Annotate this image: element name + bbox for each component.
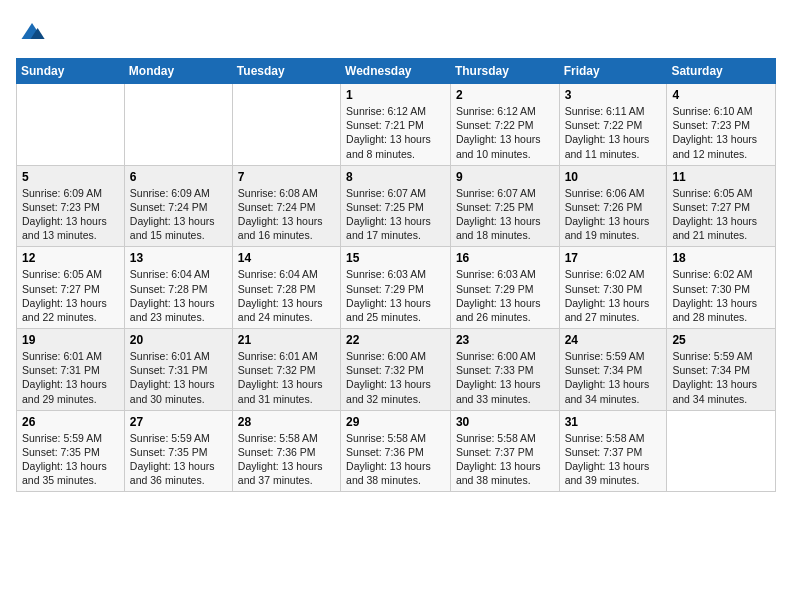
calendar-cell: 5Sunrise: 6:09 AM Sunset: 7:23 PM Daylig… (17, 165, 125, 247)
calendar-cell: 27Sunrise: 5:59 AM Sunset: 7:35 PM Dayli… (124, 410, 232, 492)
calendar-cell: 8Sunrise: 6:07 AM Sunset: 7:25 PM Daylig… (341, 165, 451, 247)
day-info: Sunrise: 6:11 AM Sunset: 7:22 PM Dayligh… (565, 104, 662, 161)
day-number: 16 (456, 251, 554, 265)
calendar-cell: 20Sunrise: 6:01 AM Sunset: 7:31 PM Dayli… (124, 329, 232, 411)
day-number: 23 (456, 333, 554, 347)
calendar-cell: 6Sunrise: 6:09 AM Sunset: 7:24 PM Daylig… (124, 165, 232, 247)
day-number: 22 (346, 333, 445, 347)
calendar-cell: 23Sunrise: 6:00 AM Sunset: 7:33 PM Dayli… (450, 329, 559, 411)
calendar-cell: 15Sunrise: 6:03 AM Sunset: 7:29 PM Dayli… (341, 247, 451, 329)
day-info: Sunrise: 5:58 AM Sunset: 7:36 PM Dayligh… (238, 431, 335, 488)
calendar-cell (17, 84, 125, 166)
calendar-header-cell: Friday (559, 59, 667, 84)
calendar-cell: 9Sunrise: 6:07 AM Sunset: 7:25 PM Daylig… (450, 165, 559, 247)
day-number: 5 (22, 170, 119, 184)
day-number: 17 (565, 251, 662, 265)
day-info: Sunrise: 6:00 AM Sunset: 7:32 PM Dayligh… (346, 349, 445, 406)
calendar-header-cell: Tuesday (232, 59, 340, 84)
calendar-header-cell: Sunday (17, 59, 125, 84)
day-info: Sunrise: 5:59 AM Sunset: 7:34 PM Dayligh… (565, 349, 662, 406)
day-info: Sunrise: 6:12 AM Sunset: 7:21 PM Dayligh… (346, 104, 445, 161)
calendar-cell: 22Sunrise: 6:00 AM Sunset: 7:32 PM Dayli… (341, 329, 451, 411)
day-info: Sunrise: 6:01 AM Sunset: 7:31 PM Dayligh… (22, 349, 119, 406)
page: SundayMondayTuesdayWednesdayThursdayFrid… (0, 0, 792, 612)
day-number: 27 (130, 415, 227, 429)
day-info: Sunrise: 6:07 AM Sunset: 7:25 PM Dayligh… (346, 186, 445, 243)
day-info: Sunrise: 6:06 AM Sunset: 7:26 PM Dayligh… (565, 186, 662, 243)
day-info: Sunrise: 6:03 AM Sunset: 7:29 PM Dayligh… (456, 267, 554, 324)
day-info: Sunrise: 6:09 AM Sunset: 7:24 PM Dayligh… (130, 186, 227, 243)
calendar-header-cell: Thursday (450, 59, 559, 84)
calendar-cell (232, 84, 340, 166)
day-number: 1 (346, 88, 445, 102)
logo (16, 16, 46, 48)
day-info: Sunrise: 6:05 AM Sunset: 7:27 PM Dayligh… (672, 186, 770, 243)
calendar-cell: 18Sunrise: 6:02 AM Sunset: 7:30 PM Dayli… (667, 247, 776, 329)
day-number: 6 (130, 170, 227, 184)
calendar-cell: 11Sunrise: 6:05 AM Sunset: 7:27 PM Dayli… (667, 165, 776, 247)
calendar-cell: 24Sunrise: 5:59 AM Sunset: 7:34 PM Dayli… (559, 329, 667, 411)
day-number: 26 (22, 415, 119, 429)
calendar-cell: 7Sunrise: 6:08 AM Sunset: 7:24 PM Daylig… (232, 165, 340, 247)
day-info: Sunrise: 6:04 AM Sunset: 7:28 PM Dayligh… (130, 267, 227, 324)
day-info: Sunrise: 6:08 AM Sunset: 7:24 PM Dayligh… (238, 186, 335, 243)
day-number: 14 (238, 251, 335, 265)
day-info: Sunrise: 5:59 AM Sunset: 7:34 PM Dayligh… (672, 349, 770, 406)
calendar-body: 1Sunrise: 6:12 AM Sunset: 7:21 PM Daylig… (17, 84, 776, 492)
calendar-cell: 28Sunrise: 5:58 AM Sunset: 7:36 PM Dayli… (232, 410, 340, 492)
day-number: 13 (130, 251, 227, 265)
calendar-cell: 3Sunrise: 6:11 AM Sunset: 7:22 PM Daylig… (559, 84, 667, 166)
day-number: 24 (565, 333, 662, 347)
day-number: 25 (672, 333, 770, 347)
day-number: 3 (565, 88, 662, 102)
day-number: 30 (456, 415, 554, 429)
day-info: Sunrise: 5:58 AM Sunset: 7:37 PM Dayligh… (456, 431, 554, 488)
day-number: 11 (672, 170, 770, 184)
day-number: 15 (346, 251, 445, 265)
day-info: Sunrise: 5:58 AM Sunset: 7:36 PM Dayligh… (346, 431, 445, 488)
day-number: 28 (238, 415, 335, 429)
calendar-header-row: SundayMondayTuesdayWednesdayThursdayFrid… (17, 59, 776, 84)
day-info: Sunrise: 6:05 AM Sunset: 7:27 PM Dayligh… (22, 267, 119, 324)
day-number: 12 (22, 251, 119, 265)
calendar-cell: 25Sunrise: 5:59 AM Sunset: 7:34 PM Dayli… (667, 329, 776, 411)
calendar-cell: 30Sunrise: 5:58 AM Sunset: 7:37 PM Dayli… (450, 410, 559, 492)
calendar-cell: 26Sunrise: 5:59 AM Sunset: 7:35 PM Dayli… (17, 410, 125, 492)
day-number: 18 (672, 251, 770, 265)
calendar-week-row: 26Sunrise: 5:59 AM Sunset: 7:35 PM Dayli… (17, 410, 776, 492)
day-number: 29 (346, 415, 445, 429)
day-info: Sunrise: 6:10 AM Sunset: 7:23 PM Dayligh… (672, 104, 770, 161)
day-number: 7 (238, 170, 335, 184)
calendar-cell: 19Sunrise: 6:01 AM Sunset: 7:31 PM Dayli… (17, 329, 125, 411)
calendar-header-cell: Wednesday (341, 59, 451, 84)
day-info: Sunrise: 6:12 AM Sunset: 7:22 PM Dayligh… (456, 104, 554, 161)
day-number: 20 (130, 333, 227, 347)
calendar-cell: 13Sunrise: 6:04 AM Sunset: 7:28 PM Dayli… (124, 247, 232, 329)
day-info: Sunrise: 6:03 AM Sunset: 7:29 PM Dayligh… (346, 267, 445, 324)
day-number: 8 (346, 170, 445, 184)
day-number: 10 (565, 170, 662, 184)
calendar-cell: 29Sunrise: 5:58 AM Sunset: 7:36 PM Dayli… (341, 410, 451, 492)
calendar-week-row: 5Sunrise: 6:09 AM Sunset: 7:23 PM Daylig… (17, 165, 776, 247)
calendar-week-row: 12Sunrise: 6:05 AM Sunset: 7:27 PM Dayli… (17, 247, 776, 329)
day-number: 9 (456, 170, 554, 184)
calendar-cell: 1Sunrise: 6:12 AM Sunset: 7:21 PM Daylig… (341, 84, 451, 166)
calendar-week-row: 19Sunrise: 6:01 AM Sunset: 7:31 PM Dayli… (17, 329, 776, 411)
logo-icon (18, 16, 46, 44)
header (16, 16, 776, 48)
day-info: Sunrise: 6:04 AM Sunset: 7:28 PM Dayligh… (238, 267, 335, 324)
calendar-table: SundayMondayTuesdayWednesdayThursdayFrid… (16, 58, 776, 492)
day-number: 2 (456, 88, 554, 102)
day-info: Sunrise: 5:59 AM Sunset: 7:35 PM Dayligh… (22, 431, 119, 488)
day-info: Sunrise: 6:00 AM Sunset: 7:33 PM Dayligh… (456, 349, 554, 406)
calendar-week-row: 1Sunrise: 6:12 AM Sunset: 7:21 PM Daylig… (17, 84, 776, 166)
day-info: Sunrise: 6:09 AM Sunset: 7:23 PM Dayligh… (22, 186, 119, 243)
day-number: 31 (565, 415, 662, 429)
calendar-header-cell: Saturday (667, 59, 776, 84)
calendar-cell: 31Sunrise: 5:58 AM Sunset: 7:37 PM Dayli… (559, 410, 667, 492)
calendar-cell: 12Sunrise: 6:05 AM Sunset: 7:27 PM Dayli… (17, 247, 125, 329)
day-info: Sunrise: 5:59 AM Sunset: 7:35 PM Dayligh… (130, 431, 227, 488)
calendar-cell: 17Sunrise: 6:02 AM Sunset: 7:30 PM Dayli… (559, 247, 667, 329)
day-number: 19 (22, 333, 119, 347)
day-number: 21 (238, 333, 335, 347)
